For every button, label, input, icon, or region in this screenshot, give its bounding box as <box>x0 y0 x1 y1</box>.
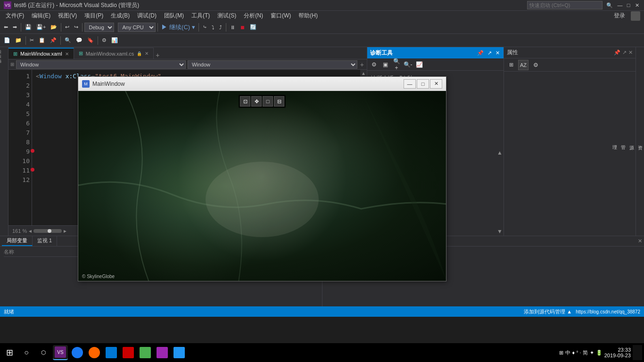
taskbar-cortana[interactable]: ⬡ <box>36 345 51 360</box>
taskbar-app8[interactable] <box>172 345 187 360</box>
taskbar-app6[interactable] <box>138 345 153 360</box>
debug-mode-select[interactable]: Debug <box>84 23 114 32</box>
tab-mainwindow-xaml[interactable]: ⊞ MainWindow.xaml ✕ <box>8 48 74 59</box>
toolbar-debug2[interactable]: ⚙ <box>100 35 108 46</box>
step-over[interactable]: ⤷ <box>201 22 209 33</box>
toolbar-pause[interactable]: ⏸ <box>228 22 237 33</box>
tray-layout[interactable]: ⊞ <box>559 350 563 356</box>
map-tool-select[interactable]: ⊡ <box>240 96 250 107</box>
diag-settings-btn[interactable]: ⚙ <box>369 60 379 69</box>
scope-dropdown-right[interactable]: Window <box>188 60 357 69</box>
diag-zoom-in-btn[interactable]: 🔍+ <box>392 60 401 69</box>
toolbar-stop[interactable]: ⏹ <box>238 22 247 33</box>
toolbar-perf[interactable]: 📊 <box>109 35 120 46</box>
sidebar-item-2[interactable]: 源 <box>627 140 636 143</box>
callstack-close[interactable]: ✕ <box>638 238 642 244</box>
menu-build[interactable]: 生成(B) <box>107 11 133 21</box>
menu-edit[interactable]: 编辑(E) <box>28 11 54 21</box>
cpu-select[interactable]: Any CPU <box>118 23 156 32</box>
menu-project[interactable]: 项目(P) <box>81 11 107 21</box>
sidebar-manage[interactable]: 管理 <box>2 58 6 63</box>
app-minimize-btn[interactable]: — <box>404 79 416 89</box>
split-editor-button[interactable]: + <box>359 61 365 68</box>
menu-help[interactable]: 帮助(H) <box>295 11 322 21</box>
toolbar-cut[interactable]: ✂ <box>28 35 36 46</box>
show-desktop-btn[interactable] <box>633 345 642 360</box>
toolbar-paste[interactable]: 📌 <box>48 35 58 46</box>
toolbar-back[interactable]: ⬅ <box>2 22 10 33</box>
taskbar-search[interactable]: ○ <box>19 345 34 360</box>
toolbar-save[interactable]: 💾 <box>23 22 33 33</box>
zoom-slider[interactable] <box>33 229 62 233</box>
satellite-map[interactable]: ⊡ ✥ □ ⊟ © SkylineGlobe <box>78 91 446 281</box>
tray-settings[interactable]: ✦ <box>590 350 594 356</box>
props-close-btn[interactable]: ✕ <box>628 49 633 56</box>
props-sort-alpha-btn[interactable]: AZ <box>518 60 528 70</box>
login-button[interactable]: 登录 <box>610 11 629 21</box>
diag-chart-btn[interactable]: 📈 <box>414 60 424 69</box>
toolbar-redo[interactable]: ↪ <box>72 22 80 33</box>
menu-file[interactable]: 文件(F) <box>2 11 28 21</box>
toolbar-save-all[interactable]: 💾+ <box>34 22 48 33</box>
menu-window[interactable]: 窗口(W) <box>267 11 295 21</box>
toolbar-undo[interactable]: ↩ <box>63 22 71 33</box>
menu-debug[interactable]: 调试(D) <box>133 11 160 21</box>
step-out[interactable]: ⤴ <box>217 22 224 33</box>
sidebar-item-4[interactable]: 理 <box>610 140 619 143</box>
menu-test[interactable]: 测试(S) <box>214 11 240 21</box>
toolbar-restart[interactable]: 🔄 <box>248 22 258 33</box>
menu-view[interactable]: 视图(V) <box>54 11 81 21</box>
toolbar-comment[interactable]: 💬 <box>74 35 84 46</box>
toolbar-new-proj[interactable]: 📄 <box>2 35 12 46</box>
props-sort-cat-btn[interactable]: ⊞ <box>506 60 516 70</box>
sidebar-item-3[interactable]: 管 <box>619 140 627 143</box>
props-undock-btn[interactable]: ↗ <box>622 49 627 56</box>
map-tool-zoom-rect[interactable]: □ <box>263 96 273 107</box>
close-button[interactable]: ✕ <box>634 2 640 8</box>
zoom-up[interactable]: ▸ <box>64 228 66 234</box>
tab-mainwindow-cs[interactable]: ⊞ MainWindow.xaml.cs 🔒 ✕ <box>74 48 154 59</box>
tab-watch1[interactable]: 监视 1 <box>33 236 57 246</box>
taskbar-app4[interactable] <box>104 345 119 360</box>
menu-tools[interactable]: 工具(T) <box>188 11 214 21</box>
tab-locals[interactable]: 局部变量 <box>2 236 33 246</box>
taskbar-app3[interactable] <box>87 345 102 360</box>
toolbar-open-proj[interactable]: 📁 <box>13 35 24 46</box>
diag-scroll-down[interactable]: ▼ <box>497 228 503 235</box>
props-settings-btn[interactable]: ⚙ <box>530 60 541 70</box>
scope-dropdown-left[interactable]: Window <box>16 60 186 69</box>
toolbar-find[interactable]: 🔍 <box>63 35 73 46</box>
taskbar-app7[interactable] <box>155 345 170 360</box>
tab-close-1[interactable]: ✕ <box>65 51 69 57</box>
taskbar-app1[interactable]: VS <box>53 345 68 360</box>
source-control-btn[interactable]: 添加到源代码管理 ▲ <box>524 308 572 315</box>
app-close-btn[interactable]: ✕ <box>430 79 442 89</box>
zoom-down[interactable]: ◂ <box>29 228 32 234</box>
search-icon[interactable]: 🔍 <box>606 2 613 8</box>
map-tool-zoom-out[interactable]: ⊟ <box>274 96 284 107</box>
step-into[interactable]: ⤵ <box>210 22 216 33</box>
diag-pause-btn[interactable]: ▣ <box>380 60 390 69</box>
taskbar-app2[interactable] <box>70 345 85 360</box>
toolbar-copy[interactable]: 📋 <box>37 35 47 46</box>
quick-launch-input[interactable] <box>527 1 603 9</box>
menu-analyze[interactable]: 分析(N) <box>240 11 267 21</box>
maximize-button[interactable]: □ <box>625 2 632 8</box>
app-maximize-btn[interactable]: □ <box>417 79 429 89</box>
taskbar-app5[interactable] <box>121 345 136 360</box>
diag-undock-btn[interactable]: ↗ <box>487 50 493 56</box>
diag-pin-btn[interactable]: 📌 <box>476 50 485 56</box>
continue-button[interactable]: ▶ 继续(C) ▾ <box>160 23 196 32</box>
toolbar-bookmark[interactable]: 🔖 <box>85 35 96 46</box>
map-tool-pan[interactable]: ✥ <box>251 96 262 107</box>
sidebar-item-1[interactable]: 资 <box>636 140 644 143</box>
add-tab-button[interactable]: + <box>154 51 161 59</box>
props-pin-btn[interactable]: 📌 <box>614 49 620 56</box>
start-button[interactable]: ⊞ <box>2 345 17 360</box>
scroll-up[interactable]: ▲ <box>360 70 367 77</box>
menu-team[interactable]: 团队(M) <box>160 11 188 21</box>
minimize-button[interactable]: — <box>617 2 623 8</box>
diag-zoom-out-btn[interactable]: 🔍- <box>403 60 413 69</box>
diag-scroll-up[interactable]: ▲ <box>497 149 503 156</box>
toolbar-forward[interactable]: ➡ <box>11 22 19 33</box>
